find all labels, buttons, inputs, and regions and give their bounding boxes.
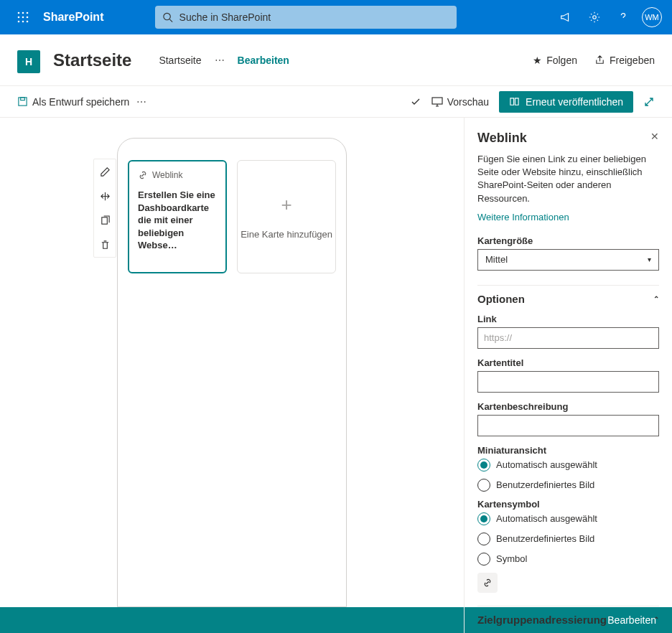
add-card-button[interactable]: + Eine Karte hinzufügen	[237, 160, 336, 273]
thumb-auto-radio[interactable]: Automatisch ausgewählt	[477, 459, 659, 472]
cmd-more-icon[interactable]: ⋯	[136, 96, 146, 108]
carddesc-input[interactable]	[477, 415, 659, 436]
svg-point-4	[22, 17, 24, 19]
plus-icon: +	[281, 194, 292, 216]
size-label: Kartengröße	[477, 235, 659, 246]
link-input[interactable]	[477, 327, 659, 349]
cardtitle-label: Kartentitel	[477, 357, 659, 368]
share-icon	[594, 55, 605, 65]
edit-tool-icon[interactable]	[94, 159, 116, 184]
cardtitle-input[interactable]	[477, 371, 659, 393]
app-launcher-icon[interactable]	[6, 11, 40, 23]
preview-icon	[431, 97, 443, 107]
link-label: Link	[477, 314, 659, 324]
svg-point-11	[593, 16, 597, 19]
svg-rect-15	[101, 217, 107, 223]
panel-title: Weblink	[477, 131, 527, 146]
delete-tool-icon[interactable]	[94, 233, 116, 257]
search-input[interactable]	[179, 11, 450, 23]
chevron-up-icon: ⌃	[653, 295, 659, 303]
svg-point-7	[22, 21, 24, 23]
thumb-custom-radio[interactable]: Benutzerdefiniertes Bild	[477, 479, 659, 492]
brand-label: SharePoint	[43, 11, 103, 24]
search-box[interactable]	[155, 6, 457, 29]
carddesc-label: Kartenbeschreibung	[477, 401, 659, 412]
card-badge: Weblink	[152, 170, 182, 180]
user-avatar[interactable]: WM	[638, 0, 666, 34]
page-title: Startseite	[53, 50, 131, 70]
svg-point-8	[27, 21, 29, 23]
book-icon	[509, 96, 520, 107]
svg-point-0	[18, 12, 20, 14]
svg-point-5	[27, 17, 29, 19]
icon-symbol-radio[interactable]: Symbol	[477, 553, 659, 566]
expand-icon[interactable]	[643, 96, 655, 108]
svg-rect-14	[432, 98, 442, 104]
megaphone-icon[interactable]	[551, 0, 580, 34]
nav-edit[interactable]: Bearbeiten	[238, 55, 289, 66]
properties-panel: Weblink ✕ Fügen Sie einen Link zu einer …	[464, 118, 672, 633]
panel-description: Fügen Sie einen Link zu einer beliebigen…	[477, 153, 659, 205]
republish-button[interactable]: Erneut veröffentlichen	[499, 91, 633, 113]
svg-line-10	[170, 19, 173, 22]
nav-home[interactable]: Startseite	[159, 55, 201, 66]
cardicon-label: Kartensymbol	[477, 499, 659, 510]
svg-rect-12	[19, 98, 27, 106]
svg-rect-13	[21, 98, 25, 100]
icon-preview	[477, 573, 498, 593]
chevron-down-icon: ▾	[648, 255, 651, 263]
settings-icon[interactable]	[580, 0, 609, 34]
card-text: Erstellen Sie eine Dashboardkarte die mi…	[138, 189, 217, 252]
svg-point-6	[18, 21, 20, 23]
more-info-link[interactable]: Weitere Informationen	[477, 212, 569, 222]
size-select[interactable]: Mittel ▾	[477, 249, 659, 271]
svg-point-2	[27, 12, 29, 14]
share-button[interactable]: Freigeben	[594, 55, 655, 66]
save-draft-button[interactable]: Als Entwurf speichern	[17, 96, 129, 108]
icon-custom-radio[interactable]: Benutzerdefiniertes Bild	[477, 533, 659, 545]
icon-auto-radio[interactable]: Automatisch ausgewählt	[477, 512, 659, 525]
link-icon	[482, 578, 493, 588]
avatar-initials: WM	[645, 13, 659, 22]
nav-more-icon[interactable]: ⋯	[215, 55, 225, 66]
options-section-header[interactable]: Optionen ⌃	[477, 285, 659, 314]
move-tool-icon[interactable]	[94, 184, 116, 208]
svg-point-9	[164, 13, 170, 19]
help-icon[interactable]	[609, 0, 638, 34]
svg-point-1	[22, 12, 24, 14]
preview-button[interactable]: Vorschau	[431, 96, 489, 108]
star-icon: ★	[533, 55, 542, 66]
follow-button[interactable]: ★ Folgen	[533, 55, 577, 66]
close-icon[interactable]: ✕	[650, 131, 659, 142]
thumbnail-label: Miniaturansicht	[477, 445, 659, 456]
footer-edit-button[interactable]: Bearbeiten	[607, 614, 656, 626]
save-icon	[17, 96, 28, 107]
weblink-card[interactable]: Weblink Erstellen Sie eine Dashboardkart…	[128, 160, 227, 273]
svg-point-3	[18, 17, 20, 19]
check-icon[interactable]	[410, 96, 421, 108]
add-card-label: Eine Karte hinzufügen	[241, 229, 332, 240]
link-icon	[138, 170, 148, 180]
copy-tool-icon[interactable]	[94, 208, 116, 233]
site-logo: H	[17, 50, 40, 73]
